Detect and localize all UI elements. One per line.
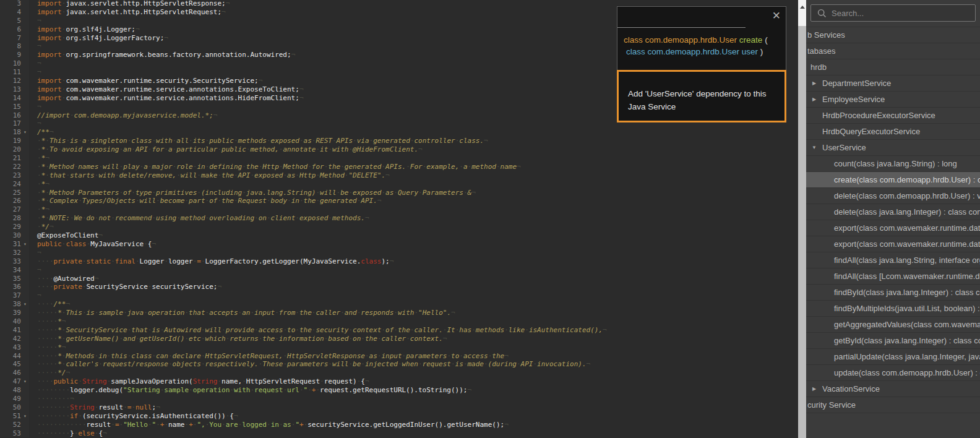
tree-item[interactable]: getAggregatedValues(class com.wavemaker (806, 317, 980, 333)
tree-item[interactable]: findByMultipleIds(java.util.List, boolea… (806, 301, 980, 317)
gutter-line: 18▾ (0, 128, 29, 137)
fold-arrow-icon[interactable]: ▾ (21, 377, 29, 386)
gutter-line: 11 (0, 68, 29, 77)
tree-item[interactable]: hrdb (806, 59, 980, 75)
code-line[interactable]: ····private·SecurityService·securityServ… (29, 283, 798, 291)
tree-item[interactable]: delete(class java.lang.Integer) : class … (806, 204, 980, 220)
code-line[interactable]: ¬ (29, 291, 798, 300)
code-line[interactable]: ·*·Method·Parameters·of·type·primitives·… (29, 189, 798, 197)
code-line[interactable]: ····/**¬ (29, 300, 798, 309)
code-line[interactable]: ·*·This·is·a·singleton·class·with·all·it… (29, 137, 798, 145)
tree-item[interactable]: count(class java.lang.String) : long (806, 156, 980, 172)
tree-item-label: export(class com.wavemaker.runtime.data.… (834, 239, 980, 249)
code-line[interactable]: ·*·NOTE:·We·do·not·recommend·using·metho… (29, 214, 798, 223)
code-line[interactable]: ····private·static·final·Logger·logger·=… (29, 257, 798, 266)
code-line[interactable]: ·····*·SecurityService·that·is·Autowired… (29, 326, 798, 335)
code-line[interactable]: ·*·Complex·Types/Objects·will·become·par… (29, 197, 798, 205)
code-line[interactable]: ·····*·This·is·sample·java·operation·tha… (29, 309, 798, 317)
gutter-line: 36 (0, 283, 29, 291)
gutter-line: 43 (0, 343, 29, 352)
services-tree: b Servicestabaseshrdb▶DepartmentService▶… (806, 27, 980, 413)
search-placeholder: Search... (832, 9, 864, 18)
code-line[interactable]: ········logger.debug("Starting·sample·op… (29, 386, 798, 395)
code-line[interactable]: ····public·String·sampleJavaOperation(St… (29, 377, 798, 386)
tree-item[interactable]: b Services (806, 27, 980, 43)
tree-item[interactable]: findAll(class java.lang.String, interfac… (806, 252, 980, 268)
scroll-up-button[interactable] (798, 0, 806, 26)
gutter-line: 34 (0, 266, 29, 275)
code-line[interactable]: ·*¬ (29, 154, 798, 163)
gutter-line: 21 (0, 154, 29, 163)
tree-item[interactable]: update(class com.demoapp.hrdb.User) : cl… (806, 365, 980, 381)
code-line[interactable]: ····@Autowired¬ (29, 275, 798, 283)
code-line[interactable]: ·*¬ (29, 205, 798, 214)
gutter-line: 23 (0, 171, 29, 180)
fold-arrow-icon[interactable]: ▾ (21, 300, 29, 309)
code-line[interactable]: ¬ (29, 249, 798, 257)
tree-item[interactable]: HrdbQueryExecutorService (806, 124, 980, 140)
fold-arrow-icon[interactable]: ▾ (21, 412, 29, 421)
code-line[interactable]: ·····*¬ (29, 343, 798, 352)
code-line[interactable]: ·····*/¬ (29, 369, 798, 377)
chevron-right-icon[interactable]: ▶ (811, 386, 817, 392)
tree-item-label: DepartmentService (822, 79, 891, 88)
code-line[interactable]: ·*·that·starts·with·delete/remove,·will·… (29, 171, 798, 180)
tree-item-label: count(class java.lang.String) : long (834, 159, 957, 168)
tree-item-label: delete(class java.lang.Integer) : class … (834, 207, 980, 217)
tree-item[interactable]: findById(class java.lang.Integer) : clas… (806, 285, 980, 301)
tree-item[interactable]: partialUpdate(class java.lang.Integer, j… (806, 349, 980, 365)
tree-item[interactable]: curity Service (806, 397, 980, 413)
code-line[interactable]: ········String·result·=·null;¬ (29, 403, 798, 412)
code-line[interactable]: ·*¬ (29, 180, 798, 189)
gutter-line: 41 (0, 326, 29, 335)
code-line[interactable]: public·class·MyJavaService·{¬ (29, 240, 798, 249)
code-line[interactable]: /**¬ (29, 128, 798, 137)
gutter-line: 27 (0, 205, 29, 214)
code-line[interactable]: ·····*¬ (29, 317, 798, 326)
tree-item[interactable]: HrdbProcedureExecutorService (806, 108, 980, 124)
tree-item[interactable]: ▶DepartmentService (806, 75, 980, 92)
code-line[interactable]: ········}·else·{¬ (29, 429, 798, 438)
gutter-line: 49 (0, 395, 29, 403)
gutter-line: 4 (0, 8, 29, 17)
tree-item[interactable]: create(class com.demoapp.hrdb.User) : cl… (806, 172, 980, 188)
scrollbar-thumb[interactable] (798, 26, 806, 438)
code-line[interactable]: ·*·Method·names·will·play·a·major·role·i… (29, 163, 798, 171)
code-line[interactable]: ·*/¬ (29, 223, 798, 231)
tree-item[interactable]: getById(class java.lang.Integer) : class… (806, 333, 980, 349)
dependency-hint-box[interactable]: Add 'UserService' dependency to this Jav… (617, 70, 786, 122)
search-input[interactable]: Search... (810, 4, 976, 22)
tree-item[interactable]: ▶EmployeeService (806, 92, 980, 108)
code-line[interactable]: ·····*·caller's·request/response·objects… (29, 360, 798, 369)
gutter-line: 17 (0, 119, 29, 128)
code-line[interactable]: ········if·(securityService.isAuthentica… (29, 412, 798, 421)
fold-arrow-icon[interactable]: ▾ (21, 128, 29, 137)
code-line[interactable]: ·*·To·avoid·exposing·an·API·for·a·partic… (29, 145, 798, 154)
gutter-line: 31▾ (0, 240, 29, 249)
chevron-right-icon[interactable]: ▶ (811, 80, 817, 86)
gutter-line: 37 (0, 291, 29, 300)
chevron-down-icon[interactable]: ▼ (811, 145, 817, 150)
tree-item[interactable]: delete(class com.demoapp.hrdb.User) : vo… (806, 188, 980, 204)
gutter-line: 33 (0, 257, 29, 266)
tree-item[interactable]: findAll(class [Lcom.wavemaker.runtime.da… (806, 268, 980, 285)
fold-arrow-icon[interactable]: ▾ (21, 240, 29, 249)
tree-item[interactable]: export(class com.wavemaker.runtime.data.… (806, 220, 980, 236)
tree-item[interactable]: tabases (806, 43, 980, 59)
chevron-right-icon[interactable]: ▶ (811, 97, 817, 102)
code-line[interactable]: ·····*·Methods·in·this·class·can·declare… (29, 352, 798, 361)
tree-item[interactable]: ▼UserService (806, 140, 980, 156)
gutter-line: 7 (0, 34, 29, 43)
gutter-line: 5 (0, 17, 29, 25)
code-line[interactable]: ········¬ (29, 395, 798, 403)
code-line[interactable]: ·····*·getUserName()·and·getUserId()·etc… (29, 335, 798, 343)
code-line[interactable]: ············result·=·"Hello·"·+·name·+·"… (29, 421, 798, 429)
gutter-line: 32 (0, 249, 29, 257)
code-line[interactable]: ¬ (29, 266, 798, 275)
gutter-line: 50 (0, 403, 29, 412)
code-line[interactable]: @ExposeToClient¬ (29, 231, 798, 240)
close-icon[interactable]: ✕ (772, 9, 781, 22)
tree-item[interactable]: ▶VacationService (806, 381, 980, 397)
scrollbar[interactable] (798, 0, 806, 438)
tree-item[interactable]: export(class com.wavemaker.runtime.data.… (806, 236, 980, 252)
